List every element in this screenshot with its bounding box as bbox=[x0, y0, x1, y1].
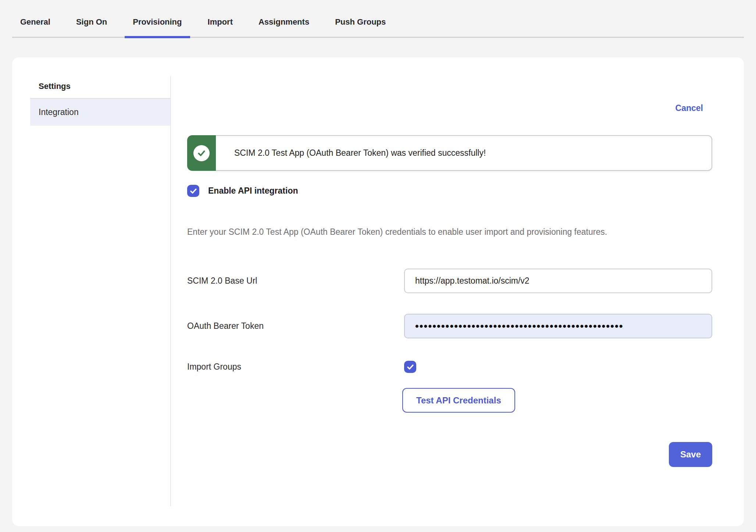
import-groups-label: Import Groups bbox=[187, 362, 404, 372]
integration-settings-panel: Cancel SCIM 2.0 Test App (OAuth Bearer T… bbox=[170, 57, 744, 526]
panel-header: Cancel bbox=[187, 103, 712, 113]
base-url-row: SCIM 2.0 Base Url bbox=[187, 269, 712, 293]
token-row: OAuth Bearer Token bbox=[187, 314, 712, 338]
enable-api-row: Enable API integration bbox=[187, 185, 712, 197]
provisioning-card: Settings Integration Cancel SCIM 2.0 Tes… bbox=[12, 57, 744, 526]
save-button[interactable]: Save bbox=[669, 442, 712, 467]
tab-general[interactable]: General bbox=[12, 12, 58, 37]
sidebar-item-integration[interactable]: Integration bbox=[30, 99, 170, 126]
tab-provisioning[interactable]: Provisioning bbox=[125, 12, 190, 37]
tab-sign-on[interactable]: Sign On bbox=[68, 12, 115, 37]
enable-api-checkbox[interactable] bbox=[187, 185, 199, 197]
check-circle-icon bbox=[193, 145, 210, 161]
success-banner-message: SCIM 2.0 Test App (OAuth Bearer Token) w… bbox=[216, 135, 712, 171]
sidebar-divider bbox=[170, 76, 171, 506]
save-row: Save bbox=[187, 442, 712, 467]
import-groups-row: Import Groups bbox=[187, 361, 712, 373]
token-input[interactable] bbox=[404, 314, 712, 338]
success-banner-icon-block bbox=[187, 135, 216, 171]
checkmark-icon bbox=[406, 363, 414, 371]
enable-api-label: Enable API integration bbox=[208, 186, 298, 196]
tab-assignments[interactable]: Assignments bbox=[250, 12, 317, 37]
base-url-input[interactable] bbox=[404, 269, 712, 293]
app-tab-bar: General Sign On Provisioning Import Assi… bbox=[12, 0, 744, 38]
base-url-label: SCIM 2.0 Base Url bbox=[187, 276, 404, 286]
success-banner: SCIM 2.0 Test App (OAuth Bearer Token) w… bbox=[187, 135, 712, 171]
tab-push-groups[interactable]: Push Groups bbox=[327, 12, 394, 37]
test-api-credentials-button[interactable]: Test API Credentials bbox=[402, 388, 515, 413]
credentials-description: Enter your SCIM 2.0 Test App (OAuth Bear… bbox=[187, 223, 695, 241]
tab-import[interactable]: Import bbox=[200, 12, 241, 37]
settings-sidebar: Settings Integration bbox=[12, 57, 170, 526]
cancel-button[interactable]: Cancel bbox=[675, 103, 703, 113]
import-groups-checkbox[interactable] bbox=[404, 361, 416, 373]
sidebar-heading: Settings bbox=[30, 82, 170, 99]
token-label: OAuth Bearer Token bbox=[187, 321, 404, 331]
test-credentials-row: Test API Credentials bbox=[187, 388, 712, 413]
checkmark-icon bbox=[189, 187, 197, 195]
